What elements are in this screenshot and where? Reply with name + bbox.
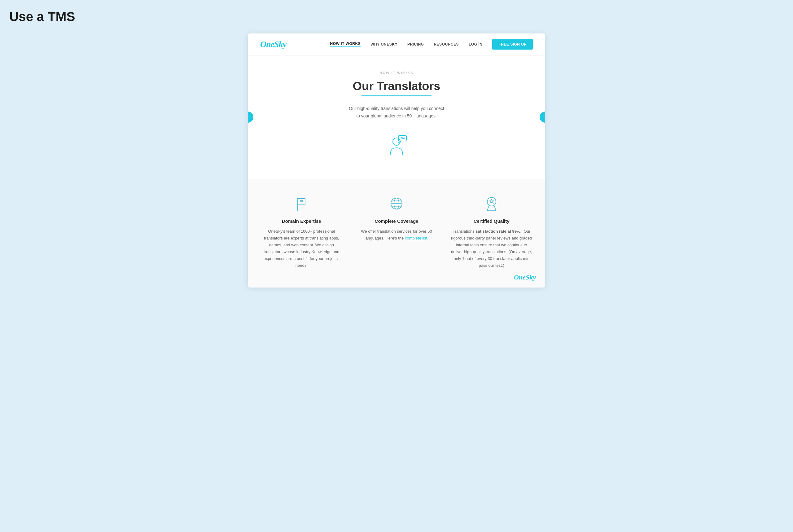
badge-icon (482, 194, 501, 213)
feature-domain-expertise-description: OneSky's team of 1000+ professional tran… (260, 228, 343, 269)
feature-domain-expertise-title: Domain Expertise (260, 218, 343, 224)
logo[interactable]: OneSky (260, 39, 286, 49)
hero-title: Our Translators (353, 80, 441, 96)
globe-icon (387, 194, 406, 213)
nav-why-onesky[interactable]: WHY ONESKY (370, 42, 398, 46)
svg-point-5 (301, 201, 302, 202)
feature-certified-quality: Certified Quality Translations satisfact… (450, 194, 533, 269)
svg-line-14 (494, 205, 496, 210)
bottom-logo: OneSky (514, 273, 536, 281)
nav-links: HOW IT WORKS WHY ONESKY PRICING RESOURCE… (330, 39, 533, 50)
hero-section: HOW IT WORKS Our Translators Our high-qu… (248, 55, 545, 179)
features-section: Domain Expertise OneSky's team of 1000+ … (248, 179, 545, 288)
navbar: OneSky HOW IT WORKS WHY ONESKY PRICING R… (248, 34, 545, 55)
nav-resources[interactable]: RESOURCES (434, 42, 459, 46)
svg-marker-12 (489, 199, 494, 203)
feature-certified-quality-title: Certified Quality (450, 218, 533, 224)
feature-certified-quality-description: Translations satisfaction rate at 99%.. … (450, 228, 533, 269)
page-title: Use a TMS (9, 9, 784, 24)
svg-line-13 (487, 205, 489, 210)
feature-complete-coverage-title: Complete Coverage (355, 218, 438, 224)
nav-login[interactable]: LOG IN (469, 42, 482, 46)
chevron-right-icon: › (544, 114, 545, 120)
complete-list-link[interactable]: complete list. (405, 236, 428, 241)
translator-icon: Z/A (384, 132, 409, 157)
signup-button[interactable]: FREE SIGN UP (492, 39, 533, 50)
hero-subtitle: HOW IT WORKS (266, 71, 527, 75)
nav-how-it-works[interactable]: HOW IT WORKS (330, 41, 361, 47)
chevron-left-icon: ‹ (248, 114, 249, 120)
nav-pricing[interactable]: PRICING (407, 42, 424, 46)
feature-complete-coverage-description: We offer translation services for over 5… (355, 228, 438, 242)
flag-icon (292, 194, 311, 213)
feature-complete-coverage: Complete Coverage We offer translation s… (355, 194, 438, 269)
hero-description: Our high-quality translations will help … (266, 105, 527, 120)
svg-text:Z/A: Z/A (401, 137, 405, 140)
feature-domain-expertise: Domain Expertise OneSky's team of 1000+ … (260, 194, 343, 269)
